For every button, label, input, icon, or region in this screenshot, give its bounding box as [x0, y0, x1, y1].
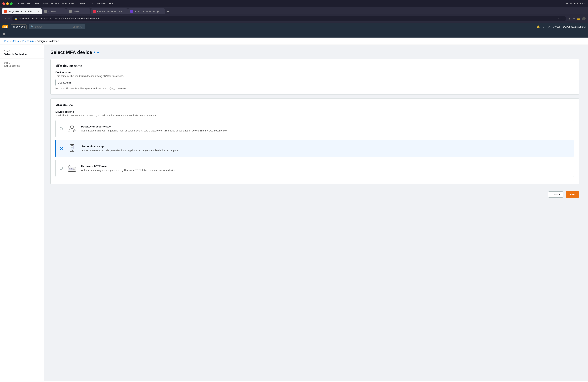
- right-panel-handle[interactable]: ›: [586, 45, 588, 381]
- brave-shield-icon[interactable]: 🛡: [561, 17, 563, 20]
- tab-label-untitled2: Untitled: [73, 10, 80, 13]
- bookmark-icon[interactable]: ☆: [556, 17, 559, 20]
- reload-button[interactable]: ↻: [7, 17, 10, 20]
- svg-rect-11: [72, 147, 73, 148]
- breadcrumb-users[interactable]: Users: [12, 39, 19, 42]
- device-name-label: Device name: [55, 71, 574, 74]
- info-link[interactable]: Info: [94, 51, 99, 54]
- passkey-text: Passkey or security key Authenticate usi…: [81, 125, 570, 133]
- wallet-icon[interactable]: 💳: [577, 17, 580, 20]
- step2-label: Step 2: [4, 61, 40, 64]
- address-bar: ‹ › ↻ 🔒 us-east-1.console.aws.amazon.com…: [0, 14, 588, 23]
- mfa-device-section-title: MFA device: [55, 103, 574, 107]
- step2-name: Set up device: [4, 64, 40, 67]
- minimize-window-button[interactable]: [6, 2, 9, 5]
- forward-button[interactable]: ›: [5, 17, 6, 20]
- account-selector[interactable]: DevOps2024General: [563, 25, 586, 28]
- services-button[interactable]: ⊞ Services: [11, 24, 27, 29]
- authenticator-text: Authenticator app Authenticate using a c…: [81, 145, 570, 152]
- tab-close-iam[interactable]: ✕: [38, 10, 39, 13]
- passkey-desc: Authenticate using your fingerprint, fac…: [81, 129, 570, 133]
- passkey-title: Passkey or security key: [81, 125, 570, 128]
- device-name-note: Maximum 64 characters. Use alphanumeric …: [55, 87, 574, 90]
- tab-favicon-emojibase: [130, 10, 133, 13]
- lock-icon: 🔒: [15, 17, 17, 20]
- authenticator-radio[interactable]: [60, 147, 63, 150]
- search-shortcut: [Option+S]: [72, 26, 83, 28]
- hardware-option[interactable]: 2 3:3 4 Hardware TOTP token Authenticate…: [55, 160, 574, 177]
- browser-titlebar: Brave File Edit View History Bookmarks P…: [0, 0, 588, 7]
- help-icon[interactable]: ?: [543, 25, 545, 28]
- device-options-hint: In addition to username and password, yo…: [55, 114, 574, 117]
- search-icon: 🔍: [31, 25, 34, 28]
- tab-iam-assign-mfa[interactable]: Assign MFA device | IAM | Glo... ✕: [1, 8, 42, 14]
- url-text: us-east-1.console.aws.amazon.com/iam/hom…: [19, 17, 100, 20]
- tab-favicon-iamid: [93, 10, 96, 13]
- tab-favicon-untitled1: [44, 10, 47, 13]
- page-layout: Step 1 Select MFA device Step 2 Set up d…: [0, 45, 588, 381]
- hardware-desc: Authenticate using a code generated by H…: [81, 169, 570, 172]
- svg-point-2: [69, 132, 70, 132]
- cancel-button[interactable]: Cancel: [548, 191, 563, 198]
- svg-point-13: [72, 150, 73, 151]
- tab-iam-identity-center[interactable]: IAM Identity Center | us-east-1: [91, 8, 127, 14]
- tab-label-iam: Assign MFA device | IAM | Glo...: [8, 10, 36, 13]
- browser-menu: Brave File Edit View History Bookmarks P…: [17, 2, 114, 5]
- url-bar[interactable]: 🔒 us-east-1.console.aws.amazon.com/iam/h…: [12, 16, 566, 21]
- tab-favicon-untitled2: [69, 10, 72, 13]
- next-button[interactable]: Next: [566, 191, 579, 198]
- nav-buttons: ‹ › ↻: [2, 17, 10, 20]
- notification-badge[interactable]: 2: [582, 17, 586, 20]
- tab-untitled-2[interactable]: Untitled: [66, 8, 90, 14]
- close-window-button[interactable]: [2, 2, 5, 5]
- hardware-radio[interactable]: [60, 167, 63, 170]
- aws-logo: aws: [2, 25, 8, 28]
- region-selector[interactable]: Global: [553, 25, 560, 28]
- svg-rect-10: [71, 147, 72, 148]
- nav-toggle-icon[interactable]: ☰: [2, 33, 5, 36]
- device-name-section-title: MFA device name: [55, 64, 574, 68]
- tab-emojibase[interactable]: Shortcodes table | Emojibase: [128, 8, 165, 14]
- sidebar-step-2: Step 2 Set up device: [0, 59, 44, 69]
- svg-point-0: [70, 125, 74, 128]
- back-button[interactable]: ‹: [2, 17, 3, 20]
- authenticator-title: Authenticator app: [81, 145, 570, 148]
- browser-toolbar-right: ⬇ ▭ 💳 2: [568, 17, 586, 20]
- svg-point-17: [69, 165, 70, 167]
- breadcrumb-iam[interactable]: IAM: [4, 39, 9, 42]
- device-options-label: Device options: [55, 110, 574, 113]
- sidebar-divider: [0, 58, 44, 59]
- svg-rect-12: [72, 146, 72, 147]
- device-name-card: MFA device name Device name This name wi…: [50, 59, 579, 95]
- breadcrumb: IAM › Users › IAMadmin › Assign MFA devi…: [0, 38, 588, 45]
- aws-toolbar: ☰: [0, 31, 588, 38]
- device-name-input[interactable]: [55, 79, 131, 86]
- traffic-lights: [2, 2, 13, 5]
- notifications-icon[interactable]: 🔔: [537, 25, 540, 28]
- hardware-text: Hardware TOTP token Authenticate using a…: [81, 165, 570, 172]
- step1-label: Step 1: [4, 50, 40, 52]
- tab-bar: Assign MFA device | IAM | Glo... ✕ Untit…: [0, 7, 588, 14]
- sidebar-step-1: Step 1 Select MFA device: [0, 48, 44, 58]
- settings-icon[interactable]: ⚙: [547, 25, 550, 28]
- aws-search-bar[interactable]: 🔍 [Option+S]: [29, 24, 85, 29]
- authenticator-option[interactable]: Authenticator app Authenticate using a c…: [55, 140, 574, 157]
- datetime-display: Fri 19 Jul 7:09 AM: [566, 2, 586, 5]
- sidebar-icon[interactable]: ▭: [572, 17, 575, 20]
- hardware-title: Hardware TOTP token: [81, 165, 570, 168]
- main-content: Select MFA device Info MFA device name D…: [44, 45, 586, 381]
- passkey-radio[interactable]: [60, 127, 63, 130]
- address-bar-icons: ☆ 🛡: [556, 17, 563, 20]
- new-tab-button[interactable]: +: [165, 9, 171, 14]
- maximize-window-button[interactable]: [10, 2, 13, 5]
- page-title: Select MFA device Info: [50, 50, 579, 55]
- services-label: Services: [16, 25, 25, 28]
- download-icon[interactable]: ⬇: [568, 17, 570, 20]
- svg-point-3: [71, 132, 71, 133]
- tab-untitled-1[interactable]: Untitled: [42, 8, 66, 14]
- breadcrumb-current: Assign MFA device: [37, 39, 59, 42]
- breadcrumb-iamadmin[interactable]: IAMadmin: [22, 39, 34, 42]
- footer-buttons: Cancel Next: [50, 188, 579, 199]
- passkey-option[interactable]: Passkey or security key Authenticate usi…: [55, 120, 574, 137]
- search-input[interactable]: [35, 25, 71, 28]
